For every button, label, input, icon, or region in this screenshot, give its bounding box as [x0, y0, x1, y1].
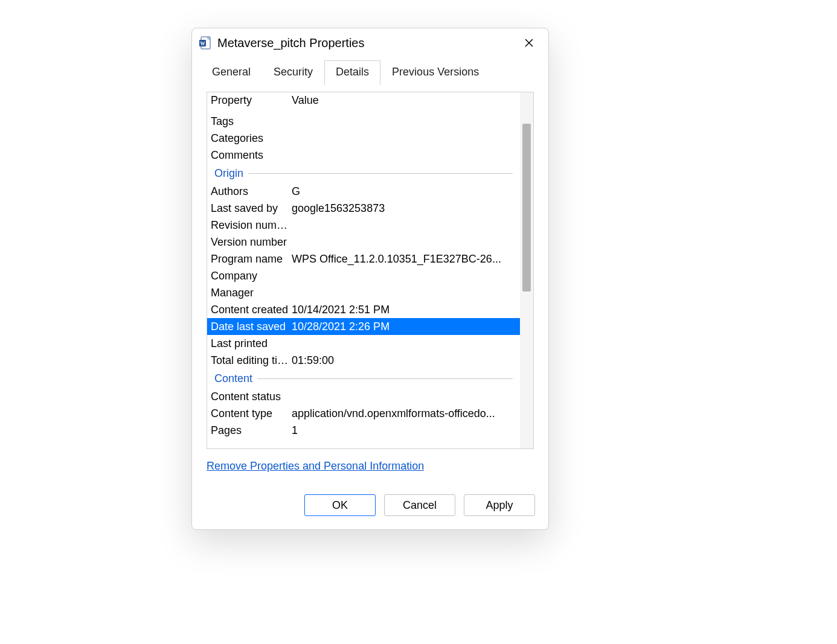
row-last-saved-by[interactable]: Last saved by google1563253873 — [207, 200, 520, 217]
row-revision-number[interactable]: Revision number — [207, 217, 520, 234]
close-icon — [525, 39, 533, 47]
prop-label: Program name — [211, 253, 292, 266]
tab-previous-versions[interactable]: Previous Versions — [380, 60, 490, 85]
row-comments[interactable]: Comments — [207, 147, 520, 164]
column-headers: Property Value — [207, 92, 520, 110]
remove-properties-link[interactable]: Remove Properties and Personal Informati… — [207, 460, 424, 473]
prop-label: Authors — [211, 185, 292, 198]
prop-label: Version number — [211, 236, 292, 249]
prop-value: 10/28/2021 2:26 PM — [292, 320, 516, 333]
prop-value: 10/14/2021 2:51 PM — [292, 304, 516, 316]
properties-dialog: W Metaverse_pitch Properties General Sec… — [191, 28, 549, 530]
cancel-button[interactable]: Cancel — [384, 494, 455, 516]
row-tags[interactable]: Tags — [207, 113, 520, 130]
close-button[interactable] — [518, 34, 540, 51]
prop-label: Content type — [211, 407, 292, 420]
apply-button[interactable]: Apply — [464, 494, 535, 516]
prop-label: Total editing time — [211, 354, 292, 367]
row-total-editing-time[interactable]: Total editing time 01:59:00 — [207, 352, 520, 369]
tab-security[interactable]: Security — [262, 60, 324, 85]
prop-label: Date last saved — [211, 320, 292, 333]
prop-label: Pages — [211, 424, 292, 437]
row-date-last-saved[interactable]: Date last saved 10/28/2021 2:26 PM — [207, 318, 520, 335]
tab-details[interactable]: Details — [324, 60, 380, 85]
vertical-scrollbar[interactable] — [520, 92, 533, 448]
dialog-title: Metaverse_pitch Properties — [217, 36, 512, 50]
prop-value: 01:59:00 — [292, 354, 516, 367]
group-origin: Origin — [207, 164, 520, 183]
row-last-printed[interactable]: Last printed — [207, 335, 520, 352]
group-content: Content — [207, 369, 520, 388]
row-pages[interactable]: Pages 1 — [207, 422, 520, 439]
group-label: Content — [214, 372, 252, 385]
row-manager[interactable]: Manager — [207, 284, 520, 301]
prop-label: Company — [211, 270, 292, 282]
word-doc-icon: W — [199, 36, 211, 49]
row-version-number[interactable]: Version number — [207, 234, 520, 250]
dialog-buttons: OK Cancel Apply — [192, 479, 548, 529]
row-program-name[interactable]: Program name WPS Office_11.2.0.10351_F1E… — [207, 250, 520, 267]
row-categories[interactable]: Categories — [207, 130, 520, 147]
prop-label: Categories — [211, 132, 292, 145]
prop-value: 1 — [292, 424, 516, 437]
prop-label: Subject — [211, 110, 292, 111]
rows-viewport: Subject Tags Categories Comments — [207, 110, 533, 448]
tab-general[interactable]: General — [200, 60, 262, 85]
column-value[interactable]: Value — [292, 94, 319, 107]
row-content-created[interactable]: Content created 10/14/2021 2:51 PM — [207, 301, 520, 318]
details-panel: Property Value Subject Tags Categories — [192, 84, 548, 479]
prop-label: Revision number — [211, 219, 292, 232]
row-authors[interactable]: Authors G — [207, 183, 520, 200]
prop-label: Content status — [211, 391, 292, 403]
divider — [248, 173, 513, 174]
prop-value: application/vnd.openxmlformats-officedo.… — [292, 407, 516, 420]
scrollbar-thumb[interactable] — [522, 124, 531, 292]
prop-value: google1563253873 — [292, 202, 516, 215]
titlebar: W Metaverse_pitch Properties — [192, 28, 548, 56]
prop-label: Last saved by — [211, 202, 292, 215]
divider — [257, 378, 513, 379]
prop-label: Last printed — [211, 337, 292, 350]
prop-value: WPS Office_11.2.0.10351_F1E327BC-26... — [292, 253, 516, 266]
column-property[interactable]: Property — [211, 94, 252, 107]
svg-text:W: W — [200, 41, 205, 46]
prop-label: Comments — [211, 149, 292, 162]
details-list[interactable]: Property Value Subject Tags Categories — [207, 92, 534, 449]
prop-label: Tags — [211, 115, 292, 128]
prop-label: Manager — [211, 287, 292, 299]
group-label: Origin — [214, 167, 243, 180]
ok-button[interactable]: OK — [304, 494, 376, 516]
row-content-type[interactable]: Content type application/vnd.openxmlform… — [207, 405, 520, 422]
prop-value: G — [292, 185, 516, 198]
prop-label: Content created — [211, 304, 292, 316]
row-company[interactable]: Company — [207, 267, 520, 284]
tabstrip: General Security Details Previous Versio… — [192, 56, 548, 84]
row-content-status[interactable]: Content status — [207, 388, 520, 405]
